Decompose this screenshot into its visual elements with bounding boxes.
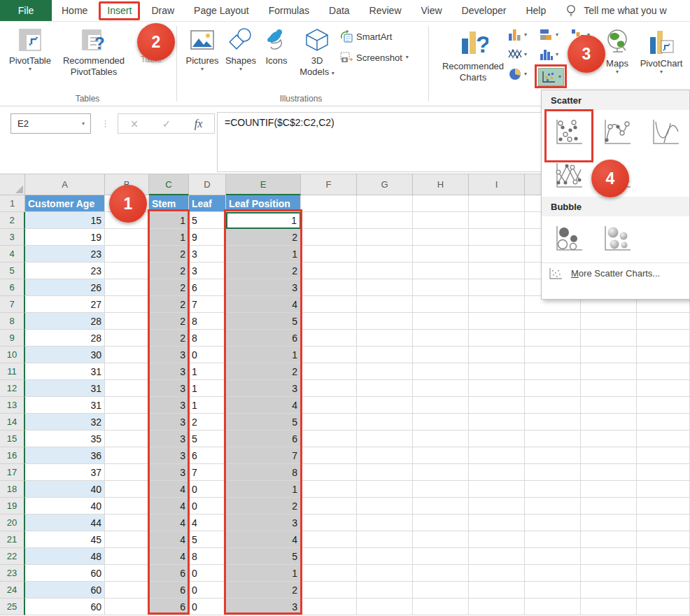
row-header-14[interactable]: 14 <box>0 414 25 430</box>
cell-L22[interactable] <box>637 548 690 565</box>
cell-F3[interactable] <box>301 229 357 246</box>
cell-B7[interactable] <box>105 296 149 313</box>
cell-F14[interactable] <box>301 414 357 430</box>
cell-H7[interactable] <box>413 296 469 313</box>
recommended-charts-button[interactable]: ? Recommended Charts <box>438 27 508 83</box>
select-all-corner[interactable] <box>0 174 25 195</box>
cell-H14[interactable] <box>413 414 469 430</box>
cell-E10[interactable]: 1 <box>226 346 301 363</box>
cell-H24[interactable] <box>413 582 469 598</box>
cell-H4[interactable] <box>413 246 469 262</box>
cell-B22[interactable] <box>105 548 149 565</box>
cell-J9[interactable] <box>525 330 581 346</box>
cell-C9[interactable]: 2 <box>149 330 189 346</box>
cell-D12[interactable]: 1 <box>189 380 226 397</box>
3d-models-button[interactable]: 3D Models ▾ <box>297 27 337 78</box>
cell-I5[interactable] <box>469 262 525 279</box>
cell-C23[interactable]: 6 <box>149 565 189 582</box>
cell-I3[interactable] <box>469 229 525 246</box>
cell-K13[interactable] <box>581 397 637 414</box>
row-header-22[interactable]: 22 <box>0 548 25 565</box>
cell-L25[interactable] <box>637 598 690 615</box>
cell-F17[interactable] <box>301 464 357 481</box>
cell-B25[interactable] <box>105 598 149 615</box>
cell-G9[interactable] <box>357 330 413 346</box>
cell-D5[interactable]: 3 <box>189 262 226 279</box>
cell-A2[interactable]: 15 <box>25 212 105 229</box>
cell-G22[interactable] <box>357 548 413 565</box>
cell-B14[interactable] <box>105 414 149 430</box>
cell-B13[interactable] <box>105 397 149 414</box>
cell-K22[interactable] <box>581 548 637 565</box>
cell-D9[interactable]: 8 <box>189 330 226 346</box>
cell-E21[interactable]: 4 <box>226 531 301 548</box>
cell-B23[interactable] <box>105 565 149 582</box>
cell-C17[interactable]: 3 <box>149 464 189 481</box>
tab-page-layout[interactable]: Page Layout <box>184 0 259 21</box>
cell-A23[interactable]: 60 <box>25 565 105 582</box>
cell-F4[interactable] <box>301 246 357 262</box>
cell-F10[interactable] <box>301 346 357 363</box>
cell-G5[interactable] <box>357 262 413 279</box>
cell-L14[interactable] <box>637 414 690 430</box>
cell-E1[interactable]: Leaf Position <box>226 195 301 212</box>
cell-I9[interactable] <box>469 330 525 346</box>
cell-I14[interactable] <box>469 414 525 430</box>
cell-J14[interactable] <box>525 414 581 430</box>
row-header-9[interactable]: 9 <box>0 330 25 346</box>
row-header-15[interactable]: 15 <box>0 430 25 447</box>
tab-developer[interactable]: Developer <box>452 0 516 21</box>
cell-G24[interactable] <box>357 582 413 598</box>
cell-C3[interactable]: 1 <box>149 229 189 246</box>
tab-insert[interactable]: Insert <box>97 0 141 21</box>
cell-L11[interactable] <box>637 363 690 380</box>
smartart-button[interactable]: SmartArt <box>340 30 392 43</box>
column-header-C[interactable]: C <box>149 174 189 195</box>
cell-E24[interactable]: 2 <box>226 582 301 598</box>
cell-H12[interactable] <box>413 380 469 397</box>
cell-B3[interactable] <box>105 229 149 246</box>
tab-help[interactable]: Help <box>516 0 556 21</box>
cell-G8[interactable] <box>357 313 413 330</box>
enter-icon[interactable]: ✓ <box>162 118 171 130</box>
cell-B21[interactable] <box>105 531 149 548</box>
cell-L10[interactable] <box>637 346 690 363</box>
cell-E20[interactable]: 3 <box>226 514 301 531</box>
cell-G17[interactable] <box>357 464 413 481</box>
tab-draw[interactable]: Draw <box>141 0 184 21</box>
cell-H16[interactable] <box>413 447 469 464</box>
row-header-23[interactable]: 23 <box>0 565 25 582</box>
cell-H17[interactable] <box>413 464 469 481</box>
cell-H22[interactable] <box>413 548 469 565</box>
cell-H13[interactable] <box>413 397 469 414</box>
row-header-12[interactable]: 12 <box>0 380 25 397</box>
cell-G15[interactable] <box>357 430 413 447</box>
cell-J24[interactable] <box>525 582 581 598</box>
cell-K11[interactable] <box>581 363 637 380</box>
column-header-G[interactable]: G <box>357 174 413 195</box>
insert-line-chart-button[interactable]: ▾ <box>508 48 527 60</box>
cell-G14[interactable] <box>357 414 413 430</box>
cell-H11[interactable] <box>413 363 469 380</box>
cell-A5[interactable]: 23 <box>25 262 105 279</box>
cell-C13[interactable]: 3 <box>149 397 189 414</box>
cell-B6[interactable] <box>105 279 149 296</box>
cell-I8[interactable] <box>469 313 525 330</box>
cell-H9[interactable] <box>413 330 469 346</box>
cell-D4[interactable]: 3 <box>189 246 226 262</box>
cell-D18[interactable]: 0 <box>189 481 226 498</box>
cell-A10[interactable]: 30 <box>25 346 105 363</box>
cell-I17[interactable] <box>469 464 525 481</box>
cell-J19[interactable] <box>525 498 581 514</box>
tab-formulas[interactable]: Formulas <box>259 0 319 21</box>
cell-A1[interactable]: Customer Age <box>25 195 105 212</box>
cell-I1[interactable] <box>469 195 525 212</box>
cell-A4[interactable]: 23 <box>25 246 105 262</box>
column-header-A[interactable]: A <box>25 174 105 195</box>
cell-L12[interactable] <box>637 380 690 397</box>
tab-home[interactable]: Home <box>52 0 97 21</box>
pictures-button[interactable]: Pictures ▾ <box>183 27 221 72</box>
cell-D17[interactable]: 7 <box>189 464 226 481</box>
row-header-1[interactable]: 1 <box>0 195 25 212</box>
cell-D1[interactable]: Leaf <box>189 195 226 212</box>
